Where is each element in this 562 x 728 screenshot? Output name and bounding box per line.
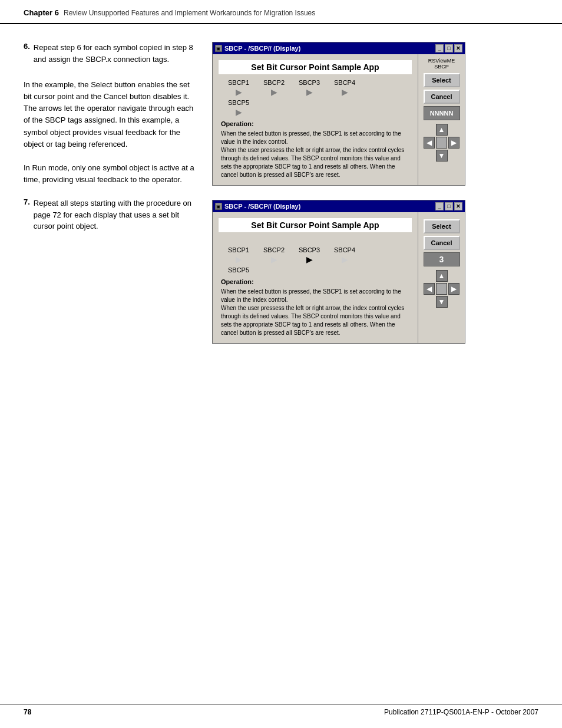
win2-titlebar: ▣ SBCP - /SBCP// (Display) _ □ ✕: [213, 200, 465, 212]
win2-sbcp-grid: SBCP1 ▶ SBCP2 ▶ SBCP3 ▶ SBCP4: [219, 246, 412, 264]
step-7-block: 7. Repeat all steps starting with the pr…: [24, 197, 194, 232]
step-7-number: 7.: [24, 197, 30, 206]
chapter-label: Chapter 6: [24, 8, 59, 17]
win2-maximize[interactable]: □: [445, 202, 453, 210]
win1-arrow3: ▶: [306, 87, 313, 97]
win1-controls[interactable]: _ □ ✕: [435, 44, 462, 52]
win1-icon: ▣: [215, 45, 222, 52]
win2-sbcp1: SBCP1 ▶: [221, 246, 256, 264]
win2-arrow-pad: ▲ ◀ ▶ ▼: [424, 270, 460, 309]
win2-operation-text: When the select button is pressed, the S…: [219, 288, 412, 337]
step-6-block: 6. Repeat step 6 for each symbol copied …: [24, 42, 194, 65]
win2-arrow1: ▶: [236, 255, 242, 264]
win1-close[interactable]: ✕: [454, 44, 462, 52]
win2-sbcp5: SBCP5: [221, 266, 256, 275]
paragraph-1: In the example, the Select button enable…: [24, 79, 194, 150]
screenshot-window-1: ▣ SBCP - /SBCP// (Display) _ □ ✕ Set Bit…: [212, 42, 465, 186]
win1-arrow4: ▶: [342, 87, 348, 97]
win1-cancel-button[interactable]: Cancel: [424, 90, 460, 104]
win2-minimize[interactable]: _: [435, 202, 444, 210]
win1-maximize[interactable]: □: [445, 44, 453, 52]
win2-select-button[interactable]: Select: [424, 219, 460, 233]
win2-arrow2: ▶: [271, 255, 277, 264]
win1-center: [436, 137, 447, 149]
step-6-text: Repeat step 6 for each symbol copied in …: [34, 42, 194, 65]
win1-sbcp-grid: SBCP1 ▶ SBCP2 ▶ SBCP3 ▶ SBCP4: [219, 79, 412, 97]
win2-body: Set Bit Cursor Point Sample App SBCP1 ▶ …: [213, 212, 465, 343]
win1-operation-text: When the select button is pressed, the S…: [219, 130, 412, 179]
win2-close[interactable]: ✕: [454, 202, 462, 210]
win2-sidebar: Select Cancel 3 ▲ ◀ ▶: [418, 212, 465, 343]
win2-down-arrow[interactable]: ▼: [436, 296, 448, 308]
win2-sbcp2: SBCP2 ▶: [256, 246, 292, 264]
win1-title: SBCP - /SBCP// (Display): [224, 45, 300, 52]
win2-sbcp4: SBCP4 ▶: [327, 246, 362, 264]
win1-body: Set Bit Cursor Point Sample App SBCP1 ▶ …: [213, 54, 465, 185]
win2-up-arrow[interactable]: ▲: [436, 270, 448, 282]
win2-cancel-button[interactable]: Cancel: [424, 236, 460, 250]
win1-arrow-pad: ▲ ◀ ▶ ▼: [424, 124, 460, 163]
publication-info: Publication 2711P-QS001A-EN-P - October …: [384, 708, 538, 716]
win1-titlebar: ▣ SBCP - /SBCP// (Display) _ □ ✕: [213, 42, 465, 54]
win1-operation-label: Operation:: [219, 120, 412, 127]
win2-operation-label: Operation:: [219, 278, 412, 285]
win2-right-arrow[interactable]: ▶: [448, 283, 459, 295]
step-6-number: 6.: [24, 42, 30, 51]
win1-value-display: NNNNN: [424, 106, 460, 120]
screenshots-column: ▣ SBCP - /SBCP// (Display) _ □ ✕ Set Bit…: [212, 42, 538, 344]
win1-down-arrow[interactable]: ▼: [436, 150, 448, 162]
page-number: 78: [24, 708, 31, 716]
page-header: Chapter 6 Review Unsupported Features an…: [0, 0, 562, 24]
win1-sbcp3: SBCP3 ▶: [292, 79, 327, 97]
screenshot-window-2: ▣ SBCP - /SBCP// (Display) _ □ ✕ Set Bit…: [212, 200, 465, 344]
win1-minimize[interactable]: _: [435, 44, 444, 52]
win1-sidebar: RSViewME SBCP Select Cancel NNNNN ▲ ◀ ▶: [418, 54, 465, 185]
win2-arrow4: ▶: [342, 255, 348, 264]
win2-arrow3: ▶: [306, 255, 313, 264]
win2-app-title: Set Bit Cursor Point Sample App: [219, 218, 412, 232]
win1-arrow5: ▶: [236, 107, 242, 117]
win1-arrow2: ▶: [271, 87, 277, 97]
win2-sbcp3: SBCP3 ▶: [292, 246, 327, 264]
paragraph-2: In Run mode, only one symbol object is a…: [24, 162, 194, 186]
win1-app-title: Set Bit Cursor Point Sample App: [219, 60, 412, 74]
win2-center: [436, 283, 447, 295]
win1-rs-label: RSViewME SBCP: [422, 58, 461, 70]
win2-sbcp5-row: SBCP5: [219, 266, 412, 275]
win1-main: Set Bit Cursor Point Sample App SBCP1 ▶ …: [213, 54, 418, 185]
text-column: 6. Repeat step 6 for each symbol copied …: [24, 42, 194, 344]
win1-sbcp2: SBCP2 ▶: [256, 79, 292, 97]
win2-value-display: 3: [424, 252, 460, 266]
win1-arrow1: ▶: [236, 87, 242, 97]
win2-controls[interactable]: _ □ ✕: [435, 202, 462, 210]
step-7-text: Repeat all steps starting with the proce…: [34, 197, 194, 232]
page-content: 6. Repeat step 6 for each symbol copied …: [0, 24, 562, 361]
header-title: Review Unsupported Features and Implemen…: [64, 9, 315, 17]
win1-sbcp5: SBCP5 ▶: [221, 99, 256, 117]
win1-sbcp4: SBCP4 ▶: [327, 79, 362, 97]
win2-icon: ▣: [215, 203, 222, 210]
win1-left-arrow[interactable]: ◀: [424, 137, 435, 149]
win1-select-button[interactable]: Select: [424, 73, 460, 87]
page-footer: 78 Publication 2711P-QS001A-EN-P - Octob…: [0, 704, 562, 716]
win2-left-arrow[interactable]: ◀: [424, 283, 435, 295]
win2-title: SBCP - /SBCP// (Display): [224, 203, 300, 210]
win1-right-arrow[interactable]: ▶: [448, 137, 459, 149]
win1-sbcp1: SBCP1 ▶: [221, 79, 256, 97]
win2-main: Set Bit Cursor Point Sample App SBCP1 ▶ …: [213, 212, 418, 343]
win1-sbcp5-row: SBCP5 ▶: [219, 99, 412, 117]
win1-up-arrow[interactable]: ▲: [436, 124, 448, 136]
